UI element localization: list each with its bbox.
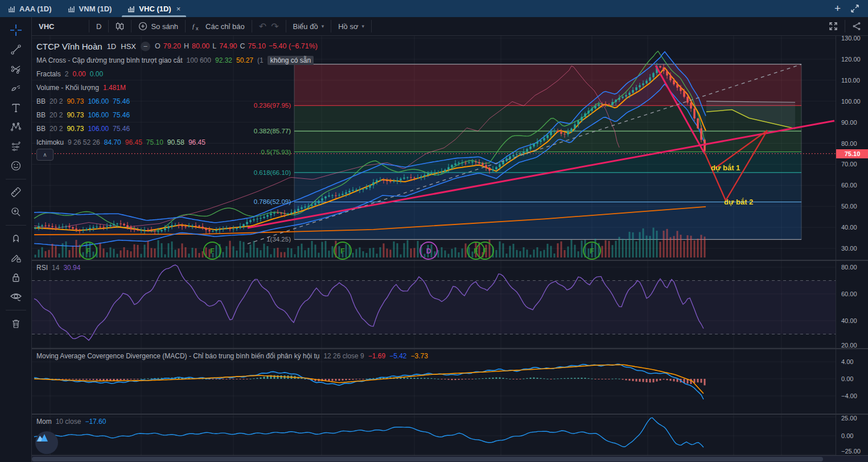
chart-tab-icon [127, 5, 135, 13]
tab-label: VNM (1D) [79, 5, 112, 13]
macd-panel[interactable]: 4.000.00−4.00 Moving Average Covergence … [32, 349, 868, 414]
chevron-down-icon: ▾ [322, 23, 324, 29]
indicator-value: 90.73 [67, 111, 84, 119]
chart-menu-button[interactable]: Biểu đồ▾ [286, 17, 331, 35]
fullscreen-icon [829, 22, 838, 31]
brush-tool[interactable] [5, 79, 27, 98]
macd-axis[interactable]: 4.000.00−4.00 [836, 349, 868, 414]
tab-vnm[interactable]: VNM (1D) [60, 0, 120, 17]
text-annotation[interactable]: dự bắt 2 [724, 198, 753, 206]
hide-series-button[interactable]: − [141, 42, 150, 51]
rsi-axis[interactable]: 80.0060.0040.0020.00 [836, 261, 868, 348]
profile-menu-button[interactable]: Hồ sơ▾ [331, 17, 371, 35]
ohlc-part: O [155, 42, 161, 50]
popout-icon[interactable] [851, 5, 859, 13]
trash-icon [10, 318, 22, 329]
add-tab-button[interactable]: + [834, 2, 841, 15]
indicator-row-bb-2[interactable]: BB20 290.73106.0075.46 [36, 108, 318, 122]
price-tick: 70.00 [841, 161, 857, 167]
undo-button[interactable]: ↶ [252, 17, 269, 35]
indicator-row-volume[interactable]: Volume - Khối lượng1.481M [36, 81, 318, 95]
tab-close-icon[interactable]: × [176, 5, 181, 13]
text-icon [10, 102, 22, 113]
momentum-panel[interactable]: 25.000.00−25.00 Mom10 close−17.60 [32, 415, 868, 455]
ohlc-part: H [184, 42, 189, 50]
chart-style-button[interactable] [109, 17, 131, 35]
price-tick: 80.00 [841, 140, 857, 147]
broker-logo [35, 431, 58, 454]
text-tool[interactable] [5, 98, 27, 117]
symbol-search-button[interactable]: VHC [32, 17, 89, 35]
tab-vhc[interactable]: VHC (1D) × [120, 0, 188, 17]
indicator-value: 90.58 [167, 138, 184, 146]
indicator-value: 106.00 [88, 97, 109, 105]
main-price-panel[interactable]: FFFDFFF 130.00120.00110.00100.0090.0080.… [32, 36, 868, 260]
chevron-down-icon: ▾ [361, 23, 364, 29]
rsi-panel[interactable]: 80.0060.0040.0020.00 RSI1430.94 [32, 261, 868, 348]
zoom-in-tool[interactable] [5, 202, 27, 222]
crosshair-icon [10, 24, 22, 36]
rsi-legend-part: RSI [36, 264, 48, 272]
horizontal-scrollbar[interactable] [32, 455, 868, 462]
indicators-button[interactable]: fx Các chỉ báo [186, 17, 252, 35]
indicator-value: 9 26 52 26 [68, 138, 100, 146]
ruler-tool[interactable] [5, 183, 27, 202]
rsi-tick: 40.00 [841, 317, 857, 324]
indicator-row-bb-3[interactable]: BB20 290.73106.0075.46 [36, 122, 318, 136]
indicator-value: 20 2 [50, 125, 63, 133]
emoji-icon [10, 160, 22, 171]
legend-collapse-button[interactable]: ∧ [36, 149, 54, 161]
share-button[interactable] [845, 17, 868, 35]
price-axis[interactable]: 130.00120.00110.00100.0090.0080.0070.006… [836, 36, 868, 260]
compare-button[interactable]: So sánh [131, 17, 185, 35]
indicator-value: 92.32 [215, 56, 232, 64]
svg-text:F: F [590, 247, 594, 255]
indicator-row-ma-cross[interactable]: MA Cross - Cặp đường trung bình trượt gi… [36, 54, 318, 67]
indicator-row-fractals[interactable]: Fractals20.000.00 [36, 67, 318, 81]
chart-toolbar: VHC D So sánh fx Các chỉ báo ↶ ↷ Biểu đồ… [32, 17, 868, 36]
crosshair-tool[interactable] [5, 21, 27, 40]
symbol-title-row[interactable]: CTCP Vĩnh Hoàn 1D HSX − O79.20H80.00L74.… [36, 39, 318, 54]
momentum-legend[interactable]: Mom10 close−17.60 [36, 418, 106, 426]
fib-level-label[interactable]: 0.618(66.10) [177, 169, 291, 176]
indicator-value: không có sẵn [268, 56, 314, 65]
rsi-legend-part: 30.94 [63, 264, 80, 272]
indicator-value: 2 [65, 70, 69, 78]
rsi-tick: 80.00 [841, 264, 857, 271]
fib-level-label[interactable]: 0.786(52.09) [177, 198, 291, 205]
fullscreen-button[interactable] [822, 17, 845, 35]
last-price-label: 75.10 [836, 149, 868, 158]
trading-app: AAA (1D) VNM (1D) VHC (1D) × + VHC D So … [0, 0, 868, 462]
interval-label: 1D [107, 42, 117, 51]
macd-legend[interactable]: Moving Average Covergence Divergence (MA… [36, 352, 428, 360]
indicator-value: 20 2 [50, 111, 63, 119]
drawing-lock-tool[interactable] [5, 248, 27, 268]
magnet-tool[interactable] [5, 229, 27, 248]
ohlc-part: 74.90 [219, 42, 237, 50]
mom-tick: 25.00 [841, 415, 857, 422]
emoji-tool[interactable] [5, 156, 27, 175]
ohlc-part: 80.00 [192, 42, 209, 50]
position-tool[interactable] [5, 137, 27, 156]
tab-aaa[interactable]: AAA (1D) [0, 0, 60, 17]
fib-level-label[interactable]: 0.5(75.93) [177, 149, 291, 156]
indicator-value: (1 [257, 56, 264, 64]
redo-button[interactable]: ↷ [269, 17, 285, 35]
rsi-legend[interactable]: RSI1430.94 [36, 264, 80, 272]
price-tick: 100.00 [841, 98, 861, 105]
hide-all-tool[interactable] [5, 287, 27, 306]
indicator-row-bb-1[interactable]: BB20 290.73106.0075.46 [36, 95, 318, 108]
fib-level-label[interactable]: 1(34.25) [177, 236, 291, 243]
momentum-axis[interactable]: 25.000.00−25.00 [836, 415, 868, 455]
lock-all-tool[interactable] [5, 268, 27, 287]
pitchfork-tool[interactable] [5, 59, 27, 79]
svg-text:F: F [210, 247, 214, 255]
interval-button[interactable]: D [89, 17, 108, 35]
text-annotation[interactable]: dự bắt 1 [711, 163, 740, 172]
chart-tab-icon [68, 5, 75, 13]
pattern-tool[interactable] [5, 117, 27, 137]
trend-line-tool[interactable] [5, 40, 27, 59]
remove-all-tool[interactable] [5, 314, 27, 333]
price-tick: 110.00 [841, 77, 860, 84]
indicator-row-ichimoku[interactable]: Ichimoku9 26 52 2684.7096.4575.1090.5896… [36, 136, 318, 149]
